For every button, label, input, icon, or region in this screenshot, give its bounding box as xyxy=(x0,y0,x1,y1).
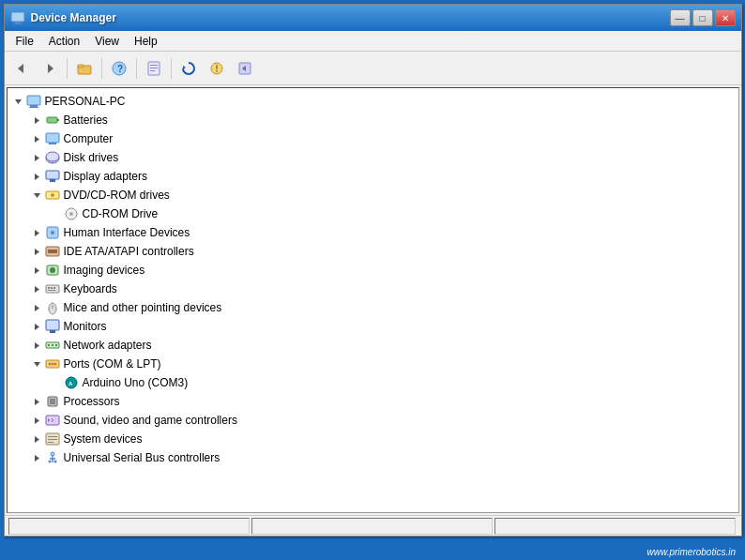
svg-rect-53 xyxy=(53,287,55,289)
svg-rect-12 xyxy=(150,70,155,71)
tree-item[interactable]: Universal Serial Bus controllers xyxy=(8,448,738,467)
tree-item[interactable]: Ports (COM & LPT) xyxy=(8,355,738,373)
expand-arrow[interactable] xyxy=(49,375,64,390)
svg-rect-15 xyxy=(216,65,218,69)
ide-icon xyxy=(45,244,60,259)
mouse-icon xyxy=(45,300,60,315)
tree-item[interactable]: Computer xyxy=(8,129,738,148)
expand-arrow[interactable] xyxy=(30,150,45,165)
svg-point-68 xyxy=(48,363,51,366)
dvd-icon xyxy=(45,188,60,203)
expand-arrow[interactable] xyxy=(30,394,45,409)
device-properties-button[interactable] xyxy=(141,55,167,82)
tree-item[interactable]: Display adapters xyxy=(8,167,738,186)
svg-rect-20 xyxy=(27,96,40,105)
tree-item-label: Disk drives xyxy=(64,151,119,164)
pc-icon xyxy=(26,94,41,109)
tree-item[interactable]: System devices xyxy=(8,430,738,448)
tree-item[interactable]: IDE ATA/ATAPI controllers xyxy=(8,242,738,261)
expand-arrow[interactable] xyxy=(30,113,45,128)
main-content: PERSONAL-PCBatteriesComputerDisk drivesD… xyxy=(5,85,741,515)
expand-arrow[interactable] xyxy=(30,413,45,428)
expand-arrow[interactable] xyxy=(30,431,45,446)
expand-arrow[interactable] xyxy=(30,131,45,146)
tree-item[interactable]: Keyboards xyxy=(8,280,738,298)
update-driver-button[interactable] xyxy=(204,55,230,82)
help-button[interactable]: ? xyxy=(106,55,132,82)
forward-button[interactable] xyxy=(37,55,63,82)
menu-action[interactable]: Action xyxy=(41,33,87,50)
svg-rect-28 xyxy=(49,143,56,144)
expand-arrow[interactable] xyxy=(30,300,45,315)
tree-item[interactable]: Imaging devices xyxy=(8,261,738,280)
toolbar-sep-1 xyxy=(67,58,68,79)
menu-file[interactable]: File xyxy=(8,33,41,50)
expand-arrow[interactable] xyxy=(11,94,26,109)
svg-rect-81 xyxy=(48,436,57,437)
svg-rect-27 xyxy=(46,133,59,143)
cdrom-icon xyxy=(64,206,79,221)
svg-marker-76 xyxy=(35,417,39,424)
expand-arrow[interactable] xyxy=(30,263,45,278)
tree-item[interactable]: Sound, video and game controllers xyxy=(8,411,738,430)
title-bar-left: Device Manager xyxy=(10,10,116,25)
expand-arrow[interactable] xyxy=(30,225,45,240)
device-tree[interactable]: PERSONAL-PCBatteriesComputerDisk drivesD… xyxy=(7,87,739,513)
window-title: Device Manager xyxy=(31,11,116,24)
svg-text:A: A xyxy=(68,381,73,386)
rollback-driver-button[interactable] xyxy=(232,55,258,82)
expand-arrow[interactable] xyxy=(30,319,45,334)
close-button[interactable]: ✕ xyxy=(715,9,736,26)
svg-marker-49 xyxy=(35,286,39,293)
tree-item-label: Mice and other pointing devices xyxy=(64,301,222,314)
expand-arrow[interactable] xyxy=(30,244,45,259)
expand-arrow[interactable] xyxy=(30,281,45,296)
back-button[interactable] xyxy=(8,55,35,82)
svg-point-42 xyxy=(51,231,54,235)
svg-rect-2 xyxy=(13,23,23,24)
svg-marker-29 xyxy=(35,155,39,161)
svg-marker-13 xyxy=(183,66,186,69)
tree-item[interactable]: Mice and other pointing devices xyxy=(8,298,738,317)
tree-item[interactable]: DVD/CD-ROM drives xyxy=(8,186,738,204)
tree-item[interactable]: Monitors xyxy=(8,317,738,336)
tree-item[interactable]: Disk drives xyxy=(8,148,738,167)
tree-item-label: Processors xyxy=(64,395,120,408)
expand-arrow[interactable] xyxy=(30,450,45,465)
tree-item[interactable]: CD-ROM Drive xyxy=(8,204,738,223)
expand-arrow[interactable] xyxy=(30,338,45,353)
svg-point-88 xyxy=(48,461,51,463)
minimize-button[interactable]: — xyxy=(670,9,691,26)
svg-rect-25 xyxy=(57,119,59,121)
expand-arrow[interactable] xyxy=(49,206,64,221)
svg-marker-79 xyxy=(35,436,39,443)
svg-rect-63 xyxy=(48,344,50,346)
menu-view[interactable]: View xyxy=(87,33,127,50)
tree-item-label: PERSONAL-PC xyxy=(45,95,126,108)
network-icon xyxy=(45,338,60,353)
refresh-button[interactable] xyxy=(175,55,202,82)
svg-marker-3 xyxy=(18,64,23,73)
tree-item-label: Arduino Uno (COM3) xyxy=(83,376,189,389)
expand-arrow[interactable] xyxy=(30,169,45,184)
processor-icon xyxy=(45,394,60,409)
svg-point-31 xyxy=(46,152,59,161)
tree-item[interactable]: Batteries xyxy=(8,111,738,129)
tree-item[interactable]: Human Interface Devices xyxy=(8,223,738,242)
folders-button[interactable] xyxy=(71,55,98,82)
svg-text:?: ? xyxy=(117,64,123,74)
maximize-button[interactable]: □ xyxy=(692,9,713,26)
svg-rect-64 xyxy=(52,344,53,346)
tree-item[interactable]: PERSONAL-PC xyxy=(8,92,738,111)
tree-item[interactable]: AArduino Uno (COM3) xyxy=(8,373,738,392)
expand-arrow[interactable] xyxy=(30,188,45,203)
tree-item[interactable]: Processors xyxy=(8,392,738,411)
svg-rect-1 xyxy=(15,22,21,23)
expand-arrow[interactable] xyxy=(30,356,45,371)
menu-help[interactable]: Help xyxy=(127,33,165,50)
svg-marker-19 xyxy=(15,99,22,104)
svg-rect-0 xyxy=(11,12,24,22)
status-panel-1 xyxy=(8,518,250,535)
svg-rect-45 xyxy=(48,250,57,253)
tree-item[interactable]: Network adapters xyxy=(8,336,738,355)
